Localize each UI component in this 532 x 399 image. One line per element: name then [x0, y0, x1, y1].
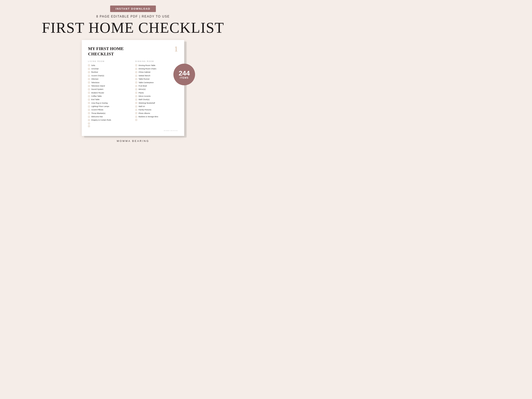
badge-count: 244 — [179, 70, 190, 76]
list-item: Modem/ Router — [88, 92, 131, 94]
list-item: Settee/ Bench — [135, 75, 178, 77]
item-label: Coffee Table — [91, 95, 102, 97]
checkbox[interactable] — [135, 116, 137, 118]
checkbox[interactable] — [135, 68, 137, 70]
checkbox[interactable] — [135, 92, 137, 94]
living-room-column: LIVING ROOM SofaArmchairReclinerAccent C… — [88, 60, 131, 128]
checkbox[interactable] — [88, 85, 90, 87]
list-item: China Cabinet — [135, 71, 178, 73]
living-room-heading: LIVING ROOM — [88, 60, 131, 62]
items-badge: 244 ITEMS — [173, 64, 195, 85]
item-label: Television — [91, 81, 100, 84]
item-label: Mirror(s) — [139, 88, 146, 90]
checkbox[interactable] — [88, 106, 90, 107]
list-item: Ottoman — [88, 78, 131, 80]
extra-checkbox-3 — [135, 119, 137, 121]
list-item: Accent Pillows — [88, 108, 131, 111]
item-label: Fruit Bowl — [139, 85, 147, 87]
list-item: Sound System — [88, 88, 131, 90]
checkbox[interactable] — [88, 99, 90, 101]
checkbox[interactable] — [88, 78, 90, 80]
item-label: Plants — [139, 92, 144, 94]
item-label: Photo Albums — [139, 112, 150, 114]
list-item: Dinning Room Chairs — [135, 68, 178, 70]
checkbox[interactable] — [135, 112, 137, 114]
checkbox[interactable] — [135, 71, 137, 73]
extra-checkbox-1 — [88, 123, 90, 124]
dining-room-extra-boxes — [135, 119, 178, 121]
list-item: Mirror(s) — [135, 88, 178, 90]
checkbox[interactable] — [135, 85, 137, 87]
checkbox[interactable] — [88, 112, 90, 114]
item-label: Armchair — [91, 68, 99, 70]
checkbox[interactable] — [88, 82, 90, 83]
item-label: Family Pictures — [139, 108, 151, 111]
dining-room-column: DINNING ROOM Dinning Room TableDinning R… — [135, 60, 178, 128]
list-item: Welcome Mat — [88, 115, 131, 118]
living-room-extra-boxes — [88, 123, 131, 127]
list-item: Throw Blanket(s) — [88, 112, 131, 114]
checklist-columns: LIVING ROOM SofaArmchairReclinerAccent C… — [88, 60, 178, 128]
checkbox[interactable] — [135, 78, 137, 80]
list-item: Accent Chair(s) — [88, 75, 131, 77]
list-item: Television — [88, 81, 131, 84]
list-item: Family Pictures — [135, 108, 178, 111]
checkbox[interactable] — [135, 89, 137, 90]
subtitle-text: 8 PAGE EDITABLE PDF | READY TO USE — [96, 15, 170, 18]
item-label: Accent Chair(s) — [91, 75, 104, 77]
document-card: 244 ITEMS MY FIRST HOME CHECKLIST 1 LIVI… — [82, 40, 184, 136]
dining-room-heading: DINNING ROOM — [135, 60, 178, 62]
checkbox[interactable] — [88, 119, 90, 121]
list-item: Lighting/ Floor Lamps — [88, 105, 131, 108]
item-label: Dinning Room Chairs — [139, 68, 156, 70]
list-item: Drapery & Curtain Rods — [88, 119, 131, 121]
checkbox[interactable] — [88, 64, 90, 66]
living-room-list: SofaArmchairReclinerAccent Chair(s)Ottom… — [88, 64, 131, 121]
checkbox[interactable] — [135, 82, 137, 83]
item-label: Table Runner — [139, 78, 150, 80]
document-header: MY FIRST HOME CHECKLIST 1 — [88, 46, 178, 57]
checkbox[interactable] — [88, 95, 90, 97]
item-label: Drapery & Curtain Rods — [91, 119, 111, 121]
checkbox[interactable] — [88, 75, 90, 77]
checkbox[interactable] — [88, 116, 90, 118]
checkbox[interactable] — [135, 75, 137, 77]
list-item: Baskets & Storage Bins — [135, 115, 178, 118]
list-item: Dinning Room Table — [135, 64, 178, 67]
item-label: Sofa — [91, 64, 95, 67]
list-item: Armchair — [88, 68, 131, 70]
document-title: MY FIRST HOME CHECKLIST — [88, 46, 139, 57]
item-label: China Cabinet — [139, 71, 150, 73]
item-label: Table Centerpiece — [139, 81, 154, 84]
item-label: End Table — [91, 98, 100, 101]
item-label: Ottoman — [91, 78, 98, 80]
checkbox[interactable] — [135, 102, 137, 104]
list-item: Shelving/ Bookshelf — [135, 102, 178, 104]
list-item: End Table — [88, 98, 131, 101]
checkbox[interactable] — [135, 109, 137, 111]
list-item: Table Runner — [135, 78, 178, 80]
list-item: Photo Albums — [135, 112, 178, 114]
dining-room-list: Dinning Room TableDinning Room ChairsChi… — [135, 64, 178, 118]
item-label: Shelving/ Bookshelf — [139, 102, 155, 104]
item-label: Welcome Mat — [91, 115, 103, 118]
checkbox[interactable] — [88, 68, 90, 70]
checkbox[interactable] — [88, 109, 90, 111]
list-item: Plants — [135, 92, 178, 94]
item-label: Modem/ Router — [91, 92, 104, 94]
checkbox[interactable] — [135, 99, 137, 101]
checkbox[interactable] — [88, 92, 90, 94]
extra-checkbox-2 — [88, 125, 90, 127]
checkbox[interactable] — [135, 95, 137, 97]
checkbox[interactable] — [88, 71, 90, 73]
checkbox[interactable] — [88, 102, 90, 104]
checkbox[interactable] — [135, 64, 137, 66]
list-item: Fruit Bowl — [135, 85, 178, 87]
list-item: Sofa — [88, 64, 131, 67]
checkbox[interactable] — [135, 106, 137, 107]
item-label: Wall Clock(s) — [139, 98, 150, 101]
item-label: Lighting/ Floor Lamps — [91, 105, 109, 108]
checkbox[interactable] — [88, 89, 90, 90]
badge-label: ITEMS — [180, 76, 189, 79]
list-item: Coffee Table — [88, 95, 131, 97]
